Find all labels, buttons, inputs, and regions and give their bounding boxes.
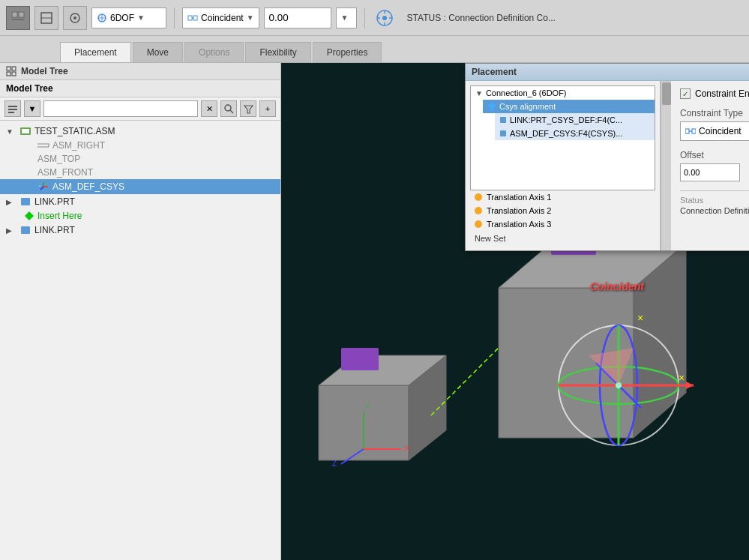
alignment-item[interactable]: Csys alignment: [483, 100, 655, 113]
tab-properties[interactable]: Properties: [313, 42, 382, 62]
main-area: Model Tree Model Tree ▼ ✕ + ▼: [0, 63, 749, 560]
axis-item-3[interactable]: Translation Axis 3: [470, 217, 655, 231]
tree-item-asm-right[interactable]: ASM_RIGHT: [0, 139, 280, 152]
dof-dropdown[interactable]: 6DOF ▼: [91, 7, 166, 28]
tree-item-asm-top[interactable]: ASM_TOP: [0, 152, 280, 166]
tree-item-label: LINK.PRT: [34, 196, 75, 207]
ref2-item[interactable]: ASM_DEF_CSYS:F4(CSYS)...: [495, 127, 655, 140]
toolbar: 6DOF ▼ Coincident ▼ ▼ STATUS : Connectio…: [0, 0, 749, 36]
axis-label-1: Translation Axis 1: [487, 193, 551, 202]
alignment-label: Csys alignment: [499, 102, 556, 111]
connection-label: Connection_6 (6DOF): [486, 88, 567, 97]
svg-rect-37: [21, 198, 30, 205]
constraint-enabled-checkbox[interactable]: ✓: [680, 88, 691, 99]
svg-rect-19: [7, 67, 10, 70]
arrow-icon: [487, 102, 496, 111]
axis-dot-2: [475, 207, 482, 214]
collapse-icon: ▼: [475, 89, 483, 97]
svg-rect-25: [8, 112, 14, 113]
model-tree-toolbar: ▼ ✕ +: [0, 97, 280, 121]
svg-point-26: [225, 105, 231, 111]
offset-input[interactable]: [681, 168, 749, 177]
connection-item[interactable]: ▼ Connection_6 (6DOF): [471, 86, 655, 100]
tree-item-test-static[interactable]: ▼ TEST_STATIC.ASM: [0, 124, 280, 139]
status-icon: [373, 6, 397, 30]
dialog-scrollbar[interactable]: [661, 81, 671, 250]
svg-text:*: *: [39, 184, 40, 189]
coincident-label: Coincident: [590, 280, 644, 292]
tree-config-btn[interactable]: [4, 100, 21, 117]
tree-item-link-prt-2[interactable]: ▶ LINK.PRT: [0, 223, 280, 238]
svg-point-6: [73, 16, 76, 19]
insert-icon: [24, 211, 34, 221]
axis-label-3: Translation Axis 3: [487, 220, 551, 229]
axis-item-1[interactable]: Translation Axis 1: [470, 190, 655, 204]
new-set-label: New Set: [475, 234, 506, 243]
app-logo: [6, 6, 30, 30]
new-set-item[interactable]: New Set: [470, 231, 655, 246]
tree-search-input[interactable]: [43, 100, 198, 117]
svg-rect-30: [22, 129, 29, 133]
part-icon: [19, 196, 31, 208]
axis-item-2[interactable]: Translation Axis 2: [470, 204, 655, 217]
tree-add-btn[interactable]: +: [259, 100, 276, 117]
offset-field-input[interactable]: ▼: [680, 163, 740, 181]
svg-rect-32: [37, 144, 49, 147]
sep-2: [364, 7, 365, 28]
dialog-body: ▼ Connection_6 (6DOF) Csys alignment: [466, 81, 749, 250]
placement-dialog: Placement 📌 ✕ ▼ Connection_6 (6DOF): [465, 63, 749, 251]
axis-label-2: Translation Axis 2: [487, 206, 551, 215]
tree-item-label: ASM_RIGHT: [52, 140, 105, 151]
svg-marker-28: [244, 106, 253, 113]
coincident-dropdown[interactable]: Coincident ▼: [182, 7, 259, 28]
svg-rect-24: [8, 109, 17, 110]
expander-icon: ▶: [6, 226, 16, 235]
tab-move[interactable]: Move: [133, 42, 183, 62]
tree-item-label: ASM_DEF_CSYS: [52, 181, 124, 192]
tree-item-label: LINK.PRT: [34, 225, 75, 235]
tab-bar: Placement Move Options Flexibility Prope…: [0, 36, 749, 63]
tab-options[interactable]: Options: [184, 42, 244, 62]
viewport[interactable]: X Y Z: [281, 63, 749, 560]
dialog-right: ✓ Constraint Enabled Constraint Type: [671, 81, 749, 250]
ref-icon-1: [499, 116, 507, 124]
constraint-type-icon: [685, 127, 696, 136]
constraint-enabled-row: ✓ Constraint Enabled: [680, 88, 749, 99]
constraint-type-label: Constraint Type: [680, 108, 749, 118]
tree-item-asm-front[interactable]: ASM_FRONT: [0, 166, 280, 179]
svg-rect-70: [500, 117, 506, 123]
expander-icon: ▶: [6, 198, 16, 206]
value-unit-dropdown[interactable]: ▼: [336, 7, 357, 28]
model-tree-subtitle: Model Tree: [0, 80, 280, 97]
tree-columns-btn[interactable]: ▼: [24, 100, 40, 117]
csys-icon: *: [37, 181, 49, 193]
tree-search-btn[interactable]: [220, 100, 237, 117]
model-tree-icon: [6, 66, 16, 76]
ref2-label: ASM_DEF_CSYS:F4(CSYS)...: [510, 129, 622, 138]
tree-item-label: ASM_TOP: [37, 154, 80, 164]
ref1-item[interactable]: LINK:PRT_CSYS_DEF:F4(C...: [495, 113, 655, 127]
value-input[interactable]: [264, 7, 331, 28]
tree-item-insert-here[interactable]: Insert Here: [0, 209, 280, 223]
offset-label: Offset: [680, 150, 749, 160]
sidebar-title: Model Tree: [21, 66, 68, 76]
tab-flexibility[interactable]: Flexibility: [245, 42, 310, 62]
sidebar: Model Tree Model Tree ▼ ✕ + ▼: [0, 63, 281, 560]
svg-text:×: ×: [679, 372, 685, 384]
tree-item-link-prt-1[interactable]: ▶ LINK.PRT: [0, 194, 280, 209]
tool-btn-2[interactable]: [63, 6, 87, 30]
tab-placement[interactable]: Placement: [60, 42, 131, 62]
dof-label: 6DOF: [110, 13, 134, 23]
svg-text:X: X: [404, 445, 409, 453]
part-icon-2: [19, 224, 31, 236]
tree-item-asm-def-csys[interactable]: * ASM_DEF_CSYS: [0, 179, 280, 194]
tree-item-label: Insert Here: [37, 211, 82, 221]
tree-filter-btn[interactable]: [240, 100, 256, 117]
tree-close-btn[interactable]: ✕: [201, 100, 217, 117]
svg-rect-21: [7, 72, 10, 76]
coincident-arrow-icon: ▼: [247, 13, 254, 22]
dialog-left: ▼ Connection_6 (6DOF) Csys alignment: [466, 81, 661, 250]
constraint-type-dropdown[interactable]: Coincident ▼: [680, 121, 749, 141]
tool-btn-1[interactable]: [34, 6, 58, 30]
dialog-titlebar: Placement 📌 ✕: [466, 64, 749, 81]
